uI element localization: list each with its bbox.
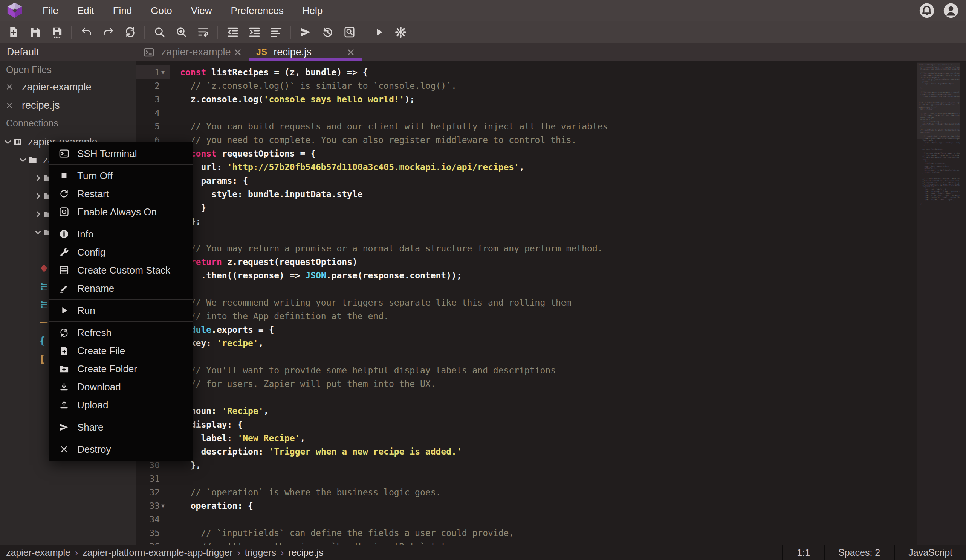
menu-preferences[interactable]: Preferences <box>222 0 293 21</box>
menu-find[interactable]: Find <box>104 0 142 21</box>
context-menu-item-turn-off[interactable]: Turn Off <box>49 167 193 185</box>
toolbar-history-icon[interactable] <box>320 25 335 39</box>
workspace-selector[interactable]: Default <box>0 43 136 61</box>
chevron-down-icon[interactable] <box>33 227 43 237</box>
context-menu-item-create-file[interactable]: Create File <box>49 342 193 360</box>
code-line[interactable]: 19 // into the App definition at the end… <box>136 309 966 323</box>
toolbar-redo-icon[interactable] <box>101 25 115 39</box>
code-line[interactable]: 15 return z.request(requestOptions) <box>136 255 966 269</box>
context-menu-item-ssh-terminal[interactable]: SSH Terminal <box>49 144 193 162</box>
code-line[interactable]: 14 // You may return a promise or a norm… <box>136 242 966 255</box>
chevron-right-icon[interactable] <box>33 191 43 201</box>
editor-scrollbar[interactable] <box>960 62 966 545</box>
code-line[interactable]: 34 <box>136 513 966 526</box>
open-file-zapier-example[interactable]: zapier-example <box>0 78 136 96</box>
chevron-right-icon[interactable] <box>33 173 43 183</box>
code-line[interactable]: 12 }; <box>136 215 966 228</box>
code-line[interactable]: 17 <box>136 282 966 296</box>
context-menu-item-upload[interactable]: Upload <box>49 396 193 414</box>
code-line[interactable]: 10 style: bundle.inputData.style <box>136 187 966 201</box>
context-menu-item-info[interactable]: Info <box>49 225 193 243</box>
code-line[interactable]: 16 .then((response) => JSON.parse(respon… <box>136 269 966 282</box>
code-line[interactable]: 5 // You can build requests and our clie… <box>136 120 966 133</box>
toolbar-search-icon[interactable] <box>152 25 166 39</box>
code-line[interactable]: 33▾ operation: { <box>136 499 966 513</box>
fold-arrow-icon[interactable]: ▾ <box>161 65 165 79</box>
menu-edit[interactable]: Edit <box>68 0 104 21</box>
code-line[interactable]: 11 } <box>136 201 966 215</box>
code-line[interactable]: 4 <box>136 106 966 120</box>
chevron-right-icon[interactable] <box>33 209 43 219</box>
context-menu-item-download[interactable]: Download <box>49 378 193 396</box>
menu-file[interactable]: File <box>33 0 68 21</box>
context-menu-item-enable-always-on[interactable]: Enable Always On <box>49 203 193 221</box>
chevron-down-icon[interactable] <box>18 155 28 165</box>
close-file-icon[interactable] <box>5 101 13 110</box>
close-tab-icon[interactable] <box>346 47 356 57</box>
close-file-icon[interactable] <box>5 83 13 91</box>
context-menu-item-restart[interactable]: Restart <box>49 185 193 203</box>
code-line[interactable]: 9 params: { <box>136 174 966 187</box>
code-line[interactable]: 35 // `inputFields` can define the field… <box>136 526 966 540</box>
code-line[interactable]: 26 noun: 'Recipe', <box>136 404 966 418</box>
context-menu-item-config[interactable]: Config <box>49 243 193 261</box>
toolbar-save-icon[interactable] <box>28 25 42 39</box>
code-line[interactable]: 7 const requestOptions = { <box>136 147 966 160</box>
toolbar-sync-icon[interactable] <box>123 25 137 39</box>
code-line[interactable]: 2 // `z.console.log()` is similar to `co… <box>136 79 966 93</box>
tab-recipe-js[interactable]: JSrecipe.js <box>250 43 362 61</box>
code-line[interactable]: 29 description: 'Trigger when a new reci… <box>136 445 966 458</box>
toolbar-run-icon[interactable] <box>371 25 386 39</box>
context-menu-item-share[interactable]: Share <box>49 418 193 436</box>
toolbar-new-file-icon[interactable] <box>6 25 20 39</box>
toolbar-settings-icon[interactable] <box>393 25 407 39</box>
context-menu-item-create-folder[interactable]: Create Folder <box>49 360 193 378</box>
toolbar-undo-icon[interactable] <box>79 25 94 39</box>
toolbar-save-all-icon[interactable] <box>50 25 64 39</box>
toolbar-search-in-files-icon[interactable] <box>342 25 356 39</box>
toolbar-format-align-icon[interactable] <box>269 25 283 39</box>
context-menu-item-rename[interactable]: Rename <box>49 279 193 297</box>
breadcrumb-item[interactable]: zapier-platform-example-app-trigger <box>82 547 233 558</box>
code-line[interactable]: 30 }, <box>136 458 966 472</box>
menu-goto[interactable]: Goto <box>141 0 181 21</box>
toolbar-indent-increase-icon[interactable] <box>247 25 261 39</box>
code-line[interactable]: 1▾const listRecipes = (z, bundle) => { <box>136 65 966 79</box>
code-line[interactable]: 18 // We recommend writing your triggers… <box>136 296 966 309</box>
code-line[interactable]: 32 // `operation` is where the business … <box>136 485 966 499</box>
toolbar-deploy-icon[interactable] <box>298 25 313 39</box>
notifications-icon[interactable] <box>918 2 935 19</box>
context-menu-item-run[interactable]: Run <box>49 301 193 319</box>
context-menu-item-create-custom-stack[interactable]: Create Custom Stack <box>49 261 193 279</box>
toolbar-indent-decrease-icon[interactable] <box>225 25 240 39</box>
minimap-viewport[interactable] <box>917 63 960 139</box>
code-line[interactable]: 28 label: 'New Recipe', <box>136 431 966 445</box>
code-line[interactable]: 21 key: 'recipe', <box>136 336 966 350</box>
code-line[interactable]: 36 // we'll pass them in as `bundle.inpu… <box>136 540 966 545</box>
code-editor[interactable]: 1▾const listRecipes = (z, bundle) => {2 … <box>136 61 966 545</box>
code-line[interactable]: 23 // You'll want to provide some helpfu… <box>136 364 966 377</box>
breadcrumb-item[interactable]: triggers <box>245 547 276 558</box>
menu-help[interactable]: Help <box>293 0 332 21</box>
language-mode[interactable]: JavaScript <box>894 545 966 560</box>
tab-zapier-example[interactable]: zapier-example <box>136 43 250 61</box>
open-file-recipe-js[interactable]: recipe.js <box>0 97 136 115</box>
code-line[interactable]: 24 // for users. Zapier will put them in… <box>136 377 966 391</box>
context-menu-item-refresh[interactable]: Refresh <box>49 324 193 342</box>
toolbar-word-wrap-icon[interactable] <box>196 25 210 39</box>
context-menu-item-destroy[interactable]: Destroy <box>49 440 193 458</box>
close-tab-icon[interactable] <box>233 47 243 57</box>
breadcrumb-item[interactable]: recipe.js <box>288 547 323 558</box>
code-line[interactable]: 22 <box>136 350 966 364</box>
indentation-setting[interactable]: Spaces: 2 <box>823 545 894 560</box>
cursor-position[interactable]: 1:1 <box>782 545 823 560</box>
code-line[interactable]: 13 <box>136 228 966 242</box>
fold-arrow-icon[interactable]: ▾ <box>161 499 165 513</box>
code-line[interactable]: 31 <box>136 472 966 485</box>
account-icon[interactable] <box>943 2 959 19</box>
code-line[interactable]: 20module.exports = { <box>136 323 966 336</box>
code-line[interactable]: 6 // you need to complete. You can also … <box>136 133 966 147</box>
toolbar-find-next-icon[interactable] <box>174 25 188 39</box>
code-line[interactable]: 25 <box>136 391 966 404</box>
breadcrumb-item[interactable]: zapier-example <box>6 547 71 558</box>
